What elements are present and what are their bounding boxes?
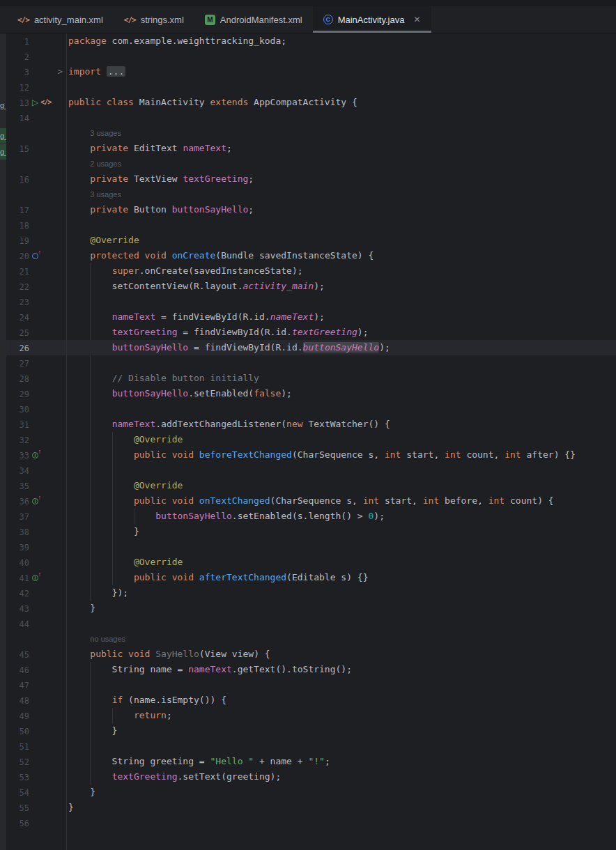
gutter[interactable]: 18 (6, 217, 66, 233)
line-number[interactable]: 49 (6, 709, 29, 724)
code-line[interactable]: 52 String greeting = "Hello " + name + "… (6, 754, 616, 769)
gutter[interactable]: 43 (6, 601, 66, 616)
tab-MainActivity.java[interactable]: CMainActivity.java✕ (313, 6, 431, 33)
gutter[interactable]: 40 (6, 555, 66, 570)
gutter[interactable]: 55 (6, 800, 66, 815)
gutter[interactable]: 23 (6, 294, 66, 309)
line-number[interactable]: 20 (6, 249, 29, 264)
code-line[interactable]: 15 private EditText nameText; (6, 141, 616, 156)
gutter[interactable]: 44 (6, 616, 66, 631)
line-number[interactable]: 45 (6, 647, 29, 663)
line-number[interactable]: 56 (6, 816, 29, 831)
code-line[interactable]: 37 buttonSayHello.setEnabled(s.length() … (6, 509, 616, 524)
code-line[interactable]: 22 setContentView(R.layout.activity_main… (6, 279, 616, 294)
code-line[interactable]: 30 (6, 401, 616, 417)
gutter[interactable]: 35 (6, 478, 66, 493)
gutter[interactable]: 3> (6, 64, 66, 79)
usage-hint[interactable]: 3 usages (90, 190, 121, 199)
gutter[interactable]: 31 (6, 417, 66, 432)
gutter[interactable]: 2 (6, 49, 66, 64)
gutter[interactable]: 48 (6, 693, 66, 708)
code-line[interactable]: 25 textGreeting = findViewById(R.id.text… (6, 325, 616, 340)
line-number[interactable]: 26 (6, 341, 29, 356)
line-number[interactable]: 33 (6, 448, 29, 463)
code-line[interactable]: 40 @Override (6, 555, 616, 570)
code-line[interactable]: 16 private TextView textGreeting; (6, 171, 616, 187)
code-line[interactable]: 3>import ... (6, 64, 616, 79)
code-line[interactable]: 1package com.example.weighttracking_koda… (6, 33, 616, 49)
code-line[interactable]: 28 // Disable button initially (6, 371, 616, 386)
line-number[interactable]: 27 (6, 356, 29, 371)
xml-binding-icon[interactable]: </> (40, 95, 51, 110)
line-number[interactable]: 1 (6, 34, 29, 49)
line-number[interactable]: 52 (6, 755, 29, 770)
gutter[interactable]: 17 (6, 202, 66, 217)
line-number[interactable]: 38 (6, 525, 29, 540)
code-line[interactable]: 55} (6, 800, 616, 815)
line-number[interactable]: 30 (6, 402, 29, 417)
code-line[interactable]: 46 String name = nameText.getText().toSt… (6, 662, 616, 677)
line-number[interactable]: 48 (6, 693, 29, 709)
code-line[interactable]: 47 (6, 677, 616, 693)
gutter[interactable]: 42 (6, 585, 66, 601)
line-number[interactable]: 34 (6, 463, 29, 479)
code-line[interactable]: 45 public void SayHello(View view) { (6, 647, 616, 662)
gutter[interactable]: 37 (6, 509, 66, 524)
gutter[interactable]: 19 (6, 233, 66, 248)
line-number[interactable]: 14 (6, 111, 29, 126)
line-number[interactable]: 12 (6, 80, 29, 95)
gutter[interactable]: 26 (6, 340, 66, 355)
gutter[interactable]: 27 (6, 355, 66, 371)
gutter[interactable]: 13▷</> (6, 95, 66, 110)
line-number[interactable]: 44 (6, 617, 29, 632)
code-line[interactable]: 14 (6, 110, 616, 125)
code-line[interactable]: 49 return; (6, 708, 616, 723)
tab-activity_main.xml[interactable]: </>activity_main.xml (7, 6, 114, 33)
line-number[interactable]: 25 (6, 325, 29, 341)
code-line[interactable]: 54 } (6, 785, 616, 800)
gutter[interactable]: 30 (6, 401, 66, 417)
line-number[interactable]: 29 (6, 387, 29, 402)
code-line[interactable]: 17 private Button buttonSayHello; (6, 202, 616, 217)
folded-imports[interactable]: ... (107, 66, 125, 77)
gutter[interactable]: 56 (6, 815, 66, 830)
gutter[interactable]: 20↑ (6, 248, 66, 263)
gutter[interactable]: 51 (6, 739, 66, 754)
project-file-fragment[interactable]: g_ (0, 144, 6, 160)
code-line[interactable]: 38 } (6, 524, 616, 539)
gutter[interactable]: 41I↑ (6, 570, 66, 585)
code-line[interactable]: 35 @Override (6, 478, 616, 493)
code-line[interactable]: 29 buttonSayHello.setEnabled(false); (6, 386, 616, 401)
code-line[interactable]: 51 (6, 739, 616, 754)
code-line[interactable]: 12 (6, 79, 616, 95)
code-editor[interactable]: 1package com.example.weighttracking_koda… (6, 33, 616, 850)
code-line[interactable]: 56 (6, 815, 616, 830)
code-line[interactable]: 33I↑ public void beforeTextChanged(CharS… (6, 447, 616, 463)
line-number[interactable]: 19 (6, 233, 29, 249)
code-line[interactable]: 2 (6, 49, 616, 64)
gutter[interactable]: 47 (6, 677, 66, 693)
line-number[interactable]: 23 (6, 295, 29, 310)
gutter[interactable]: 34 (6, 463, 66, 478)
line-number[interactable]: 36 (6, 494, 29, 509)
code-line[interactable]: 43 } (6, 601, 616, 616)
code-line[interactable]: 53 textGreeting.setText(greeting); (6, 769, 616, 785)
line-number[interactable]: 15 (6, 141, 29, 157)
gutter[interactable]: 33I↑ (6, 447, 66, 463)
line-number[interactable]: 46 (6, 663, 29, 678)
line-number[interactable]: 37 (6, 509, 29, 525)
usage-hint[interactable]: no usages (90, 635, 125, 643)
gutter[interactable]: 14 (6, 110, 66, 125)
line-number[interactable]: 18 (6, 218, 29, 233)
line-number[interactable]: 2 (6, 49, 29, 65)
fold-collapsed-icon[interactable]: > (58, 64, 63, 79)
line-number[interactable]: 3 (6, 65, 29, 80)
code-line[interactable]: 44 (6, 616, 616, 631)
close-icon[interactable]: ✕ (413, 15, 420, 24)
code-line[interactable]: 24 nameText = findViewById(R.id.nameText… (6, 309, 616, 325)
line-number[interactable]: 24 (6, 310, 29, 325)
gutter[interactable]: 12 (6, 79, 66, 95)
gutter[interactable]: 50 (6, 723, 66, 739)
code-line[interactable]: 21 super.onCreate(savedInstanceState); (6, 263, 616, 279)
gutter[interactable]: 36I↑ (6, 493, 66, 509)
